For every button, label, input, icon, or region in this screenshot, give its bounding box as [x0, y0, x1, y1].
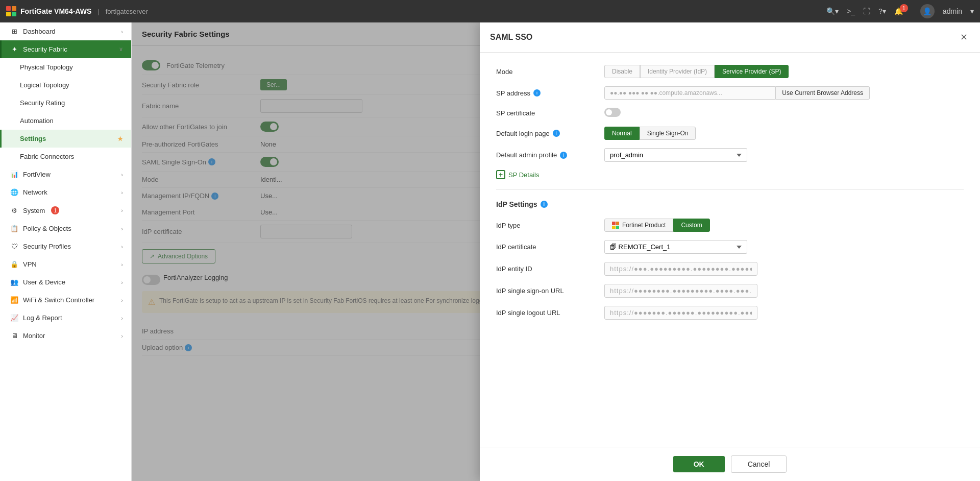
sidebar-item-log-report[interactable]: 📈 Log & Report ›: [0, 309, 131, 327]
help-icon[interactable]: ?▾: [878, 7, 886, 15]
sp-address-info-icon[interactable]: i: [533, 89, 541, 97]
admin-chevron[interactable]: ▾: [970, 7, 974, 15]
modal-body: Mode Disable Identity Provider (IdP) Ser…: [480, 53, 980, 447]
idp-slo-url-input-wrapper: [604, 306, 870, 320]
sp-address-input[interactable]: [604, 86, 776, 100]
sp-certificate-toggle[interactable]: [604, 108, 621, 117]
sidebar-item-policy-objects[interactable]: 📋 Policy & Objects ›: [0, 220, 131, 237]
default-admin-profile-row: Default admin profile i prof_admin: [496, 148, 964, 162]
mode-disable-btn[interactable]: Disable: [604, 65, 640, 78]
sp-address-controls: Use Current Browser Address: [604, 86, 870, 100]
idp-type-label: IdP type: [496, 222, 598, 229]
fortinet-grid-icon: [612, 222, 619, 229]
sidebar-item-logical-topology[interactable]: Logical Topology: [0, 76, 131, 94]
terminal-icon[interactable]: >_: [847, 7, 855, 15]
app-product-name: FortiGate VM64-AWS: [20, 7, 91, 15]
sidebar-item-security-profiles[interactable]: 🛡 Security Profiles ›: [0, 237, 131, 255]
log-arrow-icon: ›: [121, 315, 123, 321]
sidebar-label-user-device: User & Device: [23, 278, 65, 286]
sidebar-item-security-fabric[interactable]: ✦ Security Fabric ∨: [0, 40, 131, 58]
sidebar-item-fortiview[interactable]: 📊 FortiView ›: [0, 165, 131, 183]
sidebar-item-automation[interactable]: Automation: [0, 112, 131, 130]
sidebar-label-security-rating: Security Rating: [20, 99, 65, 107]
sidebar-item-physical-topology[interactable]: Physical Topology: [0, 58, 131, 76]
policy-icon: 📋: [10, 225, 19, 232]
settings-star-icon: ★: [117, 135, 123, 142]
idp-entity-id-label: IdP entity ID: [496, 265, 598, 273]
modal-close-button[interactable]: ✕: [958, 30, 970, 45]
idp-slo-url-input[interactable]: [604, 306, 757, 320]
search-icon[interactable]: 🔍▾: [826, 7, 839, 15]
hostname-label: fortigateserver: [106, 8, 148, 15]
idp-entity-id-input[interactable]: [604, 262, 757, 276]
idp-settings-info-icon[interactable]: i: [541, 201, 548, 208]
sp-certificate-toggle-area: [604, 108, 870, 118]
fullscreen-icon[interactable]: ⛶: [863, 7, 870, 15]
sidebar-item-fabric-connectors[interactable]: Fabric Connectors: [0, 148, 131, 165]
sidebar-label-fortiview: FortiView: [23, 171, 51, 178]
cancel-button[interactable]: Cancel: [731, 455, 787, 473]
sidebar-label-monitor: Monitor: [23, 332, 45, 340]
sidebar-item-dashboard[interactable]: ⊞ Dashboard ›: [0, 22, 131, 40]
use-browser-addr-label: Use Current Browser Address: [782, 89, 863, 97]
idp-type-fortinet-btn[interactable]: Fortinet Product: [604, 219, 673, 232]
sidebar-label-physical-topology: Physical Topology: [20, 63, 73, 71]
sidebar-item-vpn[interactable]: 🔒 VPN ›: [0, 255, 131, 273]
logo-grid-icon: [6, 6, 16, 16]
security-fabric-arrow-icon: ∨: [119, 46, 123, 53]
modal-header: SAML SSO ✕: [480, 22, 980, 53]
sidebar: ⊞ Dashboard › ✦ Security Fabric ∨ Physic…: [0, 22, 132, 481]
sidebar-item-user-device[interactable]: 👥 User & Device ›: [0, 273, 131, 291]
idp-sso-url-label: IdP single sign-on URL: [496, 287, 598, 295]
default-admin-profile-text: Default admin profile: [496, 151, 557, 159]
idp-slo-url-label: IdP single logout URL: [496, 309, 598, 317]
login-sso-btn[interactable]: Single Sign-On: [640, 127, 696, 140]
default-login-page-info-icon[interactable]: i: [553, 130, 560, 137]
ok-button[interactable]: OK: [673, 456, 725, 472]
mode-sp-btn[interactable]: Service Provider (SP): [715, 65, 789, 78]
section-divider: [496, 189, 964, 190]
sidebar-item-settings[interactable]: Settings ★: [0, 130, 131, 148]
idp-certificate-select[interactable]: 🗐 REMOTE_Cert_1: [604, 240, 747, 254]
admin-profile-info-icon[interactable]: i: [560, 152, 567, 159]
sidebar-label-automation: Automation: [20, 117, 54, 125]
fortiview-arrow-icon: ›: [121, 172, 123, 178]
login-normal-btn[interactable]: Normal: [604, 127, 640, 140]
modal-overlay: SAML SSO ✕ Mode Disable Identity Provide…: [132, 22, 980, 481]
sp-details-row[interactable]: + SP Details: [496, 170, 964, 179]
default-login-page-row: Default login page i Normal Single Sign-…: [496, 127, 964, 140]
saml-sso-modal: SAML SSO ✕ Mode Disable Identity Provide…: [480, 22, 980, 481]
sidebar-item-monitor[interactable]: 🖥 Monitor ›: [0, 327, 131, 345]
mode-idp-btn[interactable]: Identity Provider (IdP): [640, 65, 715, 78]
sidebar-label-settings: Settings: [20, 135, 46, 142]
sidebar-label-fabric-connectors: Fabric Connectors: [20, 153, 74, 160]
sp-certificate-row: SP certificate: [496, 108, 964, 118]
sidebar-label-vpn: VPN: [23, 260, 37, 268]
sidebar-item-system[interactable]: ⚙ System 1 ›: [0, 201, 131, 220]
main-content: Security Fabric Settings FortiGate Telem…: [132, 22, 980, 481]
top-navigation: FortiGate VM64-AWS | fortigateserver 🔍▾ …: [0, 0, 980, 22]
idp-type-custom-btn[interactable]: Custom: [673, 219, 709, 232]
sp-address-row: SP address i Use Current Browser Address: [496, 86, 964, 100]
idp-sso-url-input-wrapper: [604, 284, 870, 298]
sidebar-item-network[interactable]: 🌐 Network ›: [0, 183, 131, 201]
admin-profile-select-wrapper: prof_admin: [604, 148, 870, 162]
idp-sso-url-input[interactable]: [604, 284, 757, 298]
modal-footer: OK Cancel: [480, 447, 980, 481]
idp-type-row: IdP type Fortinet Product: [496, 219, 964, 232]
log-icon: 📈: [10, 314, 19, 322]
sidebar-label-security-profiles: Security Profiles: [23, 243, 71, 250]
system-badge: 1: [51, 206, 59, 214]
idp-entity-id-input-wrapper: [604, 262, 870, 276]
use-current-browser-address-button[interactable]: Use Current Browser Address: [776, 86, 870, 100]
notification-bell[interactable]: 🔔 1: [894, 7, 912, 15]
sidebar-item-wifi-switch[interactable]: 📶 WiFi & Switch Controller ›: [0, 291, 131, 309]
security-fabric-icon: ✦: [10, 45, 19, 53]
sidebar-item-security-rating[interactable]: Security Rating: [0, 94, 131, 112]
sidebar-label-logical-topology: Logical Topology: [20, 81, 69, 89]
admin-profile-select[interactable]: prof_admin: [604, 148, 747, 162]
default-login-page-label: Default login page i: [496, 130, 598, 137]
modal-close-icon: ✕: [960, 32, 968, 42]
user-avatar[interactable]: 👤: [920, 4, 935, 18]
sidebar-label-log-report: Log & Report: [23, 314, 62, 322]
